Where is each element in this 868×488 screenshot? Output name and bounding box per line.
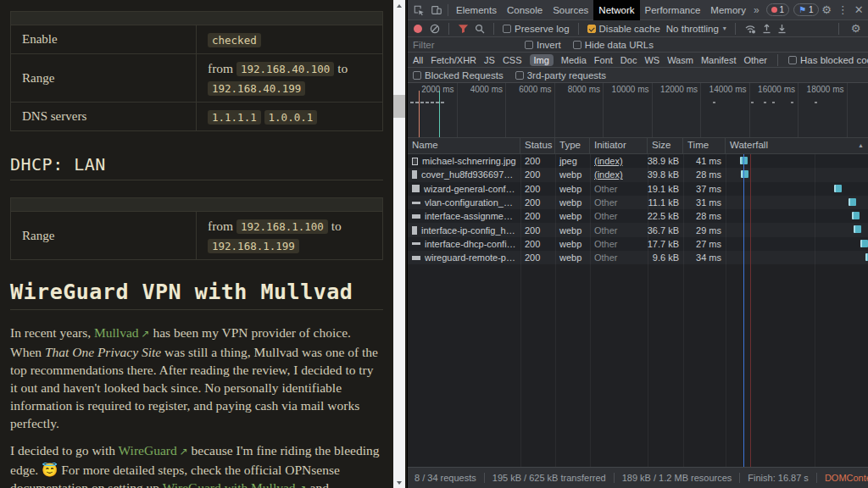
checkbox-unchecked[interactable] xyxy=(525,41,533,49)
resource-type-filter-row: AllFetch/XHRJSCSSImgMediaFontDocWSWasmMa… xyxy=(408,53,868,68)
config-value: checked xyxy=(196,25,382,53)
devtools-tab-performance[interactable]: Performance xyxy=(640,0,706,20)
search-icon[interactable] xyxy=(475,24,485,34)
request-waterfall-cell xyxy=(726,196,868,209)
checkbox-unchecked[interactable] xyxy=(788,56,797,64)
filter-chip-ws[interactable]: WS xyxy=(644,55,659,65)
request-row[interactable]: interface-assignments_hu…200webpOther22.… xyxy=(408,209,868,223)
more-tabs-icon[interactable]: » xyxy=(751,4,762,16)
filter-chip-manifest[interactable]: Manifest xyxy=(701,55,737,65)
record-network-log-icon[interactable] xyxy=(414,25,422,33)
filter-chip-fetch-xhr[interactable]: Fetch/XHR xyxy=(431,55,476,65)
request-name: vlan-configuration_hub6c… xyxy=(425,197,516,208)
network-settings-gear-icon[interactable]: ⚙ xyxy=(848,22,864,35)
scroll-up-arrow-icon[interactable] xyxy=(393,0,405,11)
blog-link[interactable]: WireGuard ↗ xyxy=(119,443,188,458)
devtools-tab-elements[interactable]: Elements xyxy=(451,0,502,20)
page-scrollbar[interactable] xyxy=(393,0,405,488)
checkbox-unchecked[interactable] xyxy=(413,71,421,80)
filter-chip-js[interactable]: JS xyxy=(484,55,495,65)
column-header-type[interactable]: Type xyxy=(555,138,590,153)
checkbox-checked[interactable] xyxy=(587,25,596,33)
timeline-tick-label: 2000 ms xyxy=(421,85,453,94)
filter-input[interactable] xyxy=(413,40,513,50)
request-row[interactable]: wizard-general-config_hu…200webpOther19.… xyxy=(408,182,868,196)
column-header-time[interactable]: Time xyxy=(683,138,726,153)
sort-order-icon[interactable]: ▲ xyxy=(858,142,864,149)
filter-chip-font[interactable]: Font xyxy=(594,55,613,65)
network-conditions-icon[interactable] xyxy=(744,24,756,34)
checkbox-unchecked[interactable] xyxy=(503,25,511,33)
heading-dhcp-lan: DHCP: LAN xyxy=(10,154,383,180)
checkbox-unchecked[interactable] xyxy=(573,41,581,49)
close-devtools-icon[interactable]: ✕ xyxy=(851,3,867,16)
settings-gear-icon[interactable]: ⚙ xyxy=(819,3,835,16)
clear-network-log-icon[interactable] xyxy=(430,24,440,34)
waterfall-bar xyxy=(849,198,856,206)
has-blocked-cookies-checkbox[interactable]: Has blocked cookies xyxy=(788,55,868,65)
column-header-waterfall[interactable]: Waterfall▲ xyxy=(726,138,868,153)
scrollbar-thumb[interactable] xyxy=(393,95,405,118)
config-value: 1.1.1.1 1.0.0.1 xyxy=(196,103,382,130)
summary-item: 195 kB / 625 kB transferred xyxy=(492,473,606,483)
hide-data-urls-checkbox[interactable]: Hide data URLs xyxy=(573,40,654,50)
inspect-element-icon[interactable] xyxy=(409,4,427,16)
filter-chip-img[interactable]: Img xyxy=(530,54,554,66)
filter-chip-media[interactable]: Media xyxy=(561,55,587,65)
export-har-icon[interactable] xyxy=(777,24,787,34)
article-paragraph: I decided to go with WireGuard ↗ because… xyxy=(10,441,383,488)
network-overview-timeline[interactable]: 2000 ms4000 ms6000 ms8000 ms10000 ms1200… xyxy=(408,83,868,138)
file-thumbnail-icon xyxy=(412,242,420,245)
request-row[interactable]: vlan-configuration_hub6c…200webpOther11.… xyxy=(408,196,868,209)
devtools-tab-memory[interactable]: Memory xyxy=(705,0,751,20)
filter-chip-doc[interactable]: Doc xyxy=(620,55,637,65)
third-party-requests-checkbox[interactable]: 3rd-party requests xyxy=(515,70,606,80)
disable-cache-checkbox[interactable]: Disable cache xyxy=(587,24,660,34)
blog-link[interactable]: Mullvad ↗ xyxy=(94,325,150,340)
column-header-status[interactable]: Status xyxy=(520,138,555,153)
scroll-down-arrow-icon[interactable] xyxy=(393,477,405,488)
screenshot-root: EnablecheckedRangefrom 192.168.40.100 to… xyxy=(0,0,868,488)
filter-funnel-icon[interactable] xyxy=(458,24,469,34)
request-row[interactable]: michael-schnerring.jpg200jpeg(index)38.9… xyxy=(408,154,868,168)
preserve-log-checkbox[interactable]: Preserve log xyxy=(503,24,570,34)
column-header-name[interactable]: Name xyxy=(408,138,520,153)
devtools-tab-network[interactable]: Network xyxy=(593,0,639,20)
filter-chip-css[interactable]: CSS xyxy=(503,55,522,65)
issues-count-badge[interactable]: ⚑ 1 xyxy=(793,3,819,16)
network-summary-bar: 8 / 34 requests195 kB / 625 kB transferr… xyxy=(408,467,868,488)
filter-chip-other[interactable]: Other xyxy=(743,55,767,65)
request-name: interface-assignments_hu… xyxy=(425,211,516,221)
overview-request-dot xyxy=(791,102,793,103)
file-thumbnail-icon xyxy=(412,170,417,179)
table-header-strip xyxy=(11,12,382,25)
throttling-dropdown[interactable]: No throttling ▾ xyxy=(666,24,726,34)
initiator-link[interactable]: (index) xyxy=(594,156,623,166)
request-row[interactable]: interface-dhcp-config_hu…200webpOther17.… xyxy=(408,237,868,251)
device-toolbar-icon[interactable] xyxy=(427,4,445,16)
column-gridline xyxy=(520,154,521,469)
initiator-link[interactable]: (index) xyxy=(594,169,623,180)
devtools-tab-console[interactable]: Console xyxy=(502,0,548,20)
table-row: Rangefrom 192.168.1.100 to 192.168.1.199 xyxy=(11,212,382,259)
filter-chip-all[interactable]: All xyxy=(413,55,423,65)
timeline-tick-label: 8000 ms xyxy=(568,85,600,94)
filter-chip-wasm[interactable]: Wasm xyxy=(667,55,693,65)
devtools-tab-sources[interactable]: Sources xyxy=(548,0,593,20)
request-row[interactable]: cover_hu8fd936697ab2ce…200webp(index)39.… xyxy=(408,168,868,181)
invert-checkbox[interactable]: Invert xyxy=(525,40,561,50)
kebab-menu-icon[interactable]: ⋮ xyxy=(835,3,851,16)
column-header-initiator[interactable]: Initiator xyxy=(590,138,648,153)
blog-link[interactable]: WireGuard with Mullvad ↗ xyxy=(163,480,307,488)
request-size-cell: 22.5 kB xyxy=(648,209,683,223)
column-header-size[interactable]: Size xyxy=(648,138,683,153)
file-thumbnail-icon xyxy=(412,158,418,165)
divider xyxy=(448,4,448,16)
checkbox-unchecked[interactable] xyxy=(515,71,524,80)
import-har-icon[interactable] xyxy=(762,24,771,34)
request-row[interactable]: wireguard-remote-peers_…200webpOther9.6 … xyxy=(408,251,868,264)
error-count-badge[interactable]: 1 xyxy=(766,3,790,16)
timeline-event-marker xyxy=(439,91,440,137)
request-row[interactable]: interface-ip-config_hu15…200webpOther36.… xyxy=(408,223,868,236)
blocked-requests-checkbox[interactable]: Blocked Requests xyxy=(413,70,504,80)
